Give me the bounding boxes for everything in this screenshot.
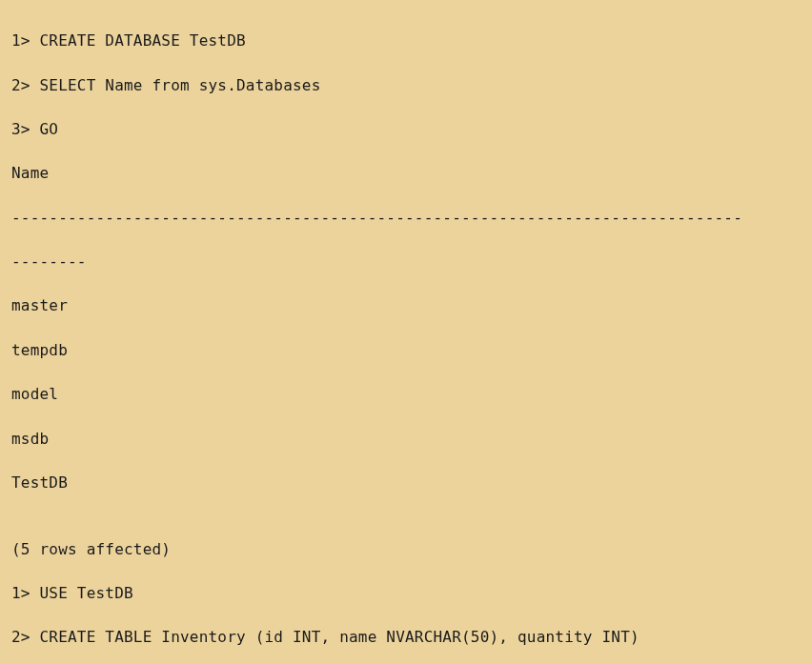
result-divider: ----------------------------------------… — [11, 207, 801, 229]
prompt-line: 1> USE TestDB — [11, 582, 801, 604]
result-header: Name — [11, 162, 801, 184]
prompt-line: 2> CREATE TABLE Inventory (id INT, name … — [11, 626, 801, 648]
prompt-line: 3> GO — [11, 118, 801, 140]
result-row: model — [11, 383, 801, 405]
prompt-line: 1> CREATE DATABASE TestDB — [11, 30, 801, 51]
result-row: msdb — [11, 428, 801, 450]
result-row: TestDB — [11, 472, 801, 493]
result-divider: -------- — [11, 251, 801, 272]
result-row: master — [11, 294, 801, 316]
result-row: tempdb — [11, 339, 801, 361]
prompt-line: 2> SELECT Name from sys.Databases — [11, 74, 801, 96]
rows-affected: (5 rows affected) — [11, 538, 801, 560]
sql-terminal[interactable]: 1> CREATE DATABASE TestDB 2> SELECT Name… — [0, 0, 812, 664]
